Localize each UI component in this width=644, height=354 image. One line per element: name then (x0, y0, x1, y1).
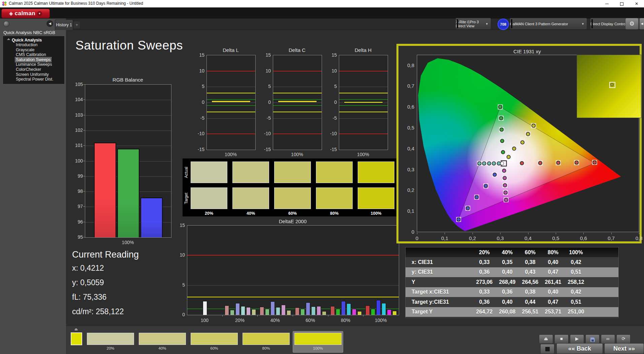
tree-expander-icon[interactable] (7, 38, 10, 42)
deltae-group-label: 100% (363, 318, 398, 323)
gridline (85, 115, 171, 116)
table-cell: 0,36 (473, 269, 496, 275)
table-header-row: 20%40%60%80%100% (406, 247, 618, 257)
deltae-bar (317, 306, 321, 315)
sidebar-item-cms-calibration[interactable]: CMS Calibration (15, 52, 47, 57)
delta-h-plot (339, 55, 388, 150)
tab-history-1[interactable]: History 1 (55, 20, 73, 30)
play-button[interactable]: ▶ (570, 334, 584, 344)
footer-swatch-label: 60% (189, 346, 239, 350)
actual-swatch-40% (232, 161, 269, 183)
deltae-bar (295, 307, 299, 315)
deltae-bar (341, 301, 346, 315)
target-swatch-100% (358, 187, 394, 209)
cie-y-label: 0,6 (401, 104, 414, 110)
calman-menu-button[interactable]: ◈ calman ▼ (1, 9, 50, 18)
axis-tick (639, 233, 639, 234)
source-selector[interactable]: CalMAN Client 3 Pattern Generator ▼ (510, 18, 587, 30)
cie-x-label: 0,3 (493, 235, 507, 241)
measured-marker-cyan (482, 161, 486, 165)
sidebar-item-luminance-sweeps[interactable]: Luminance Sweeps (15, 62, 53, 67)
sidebar-item-spectral-power-dist-[interactable]: Spectral Power Dist. (15, 77, 54, 82)
meter-selector[interactable]: X-Rite i1Pro 3 Direct View ▼ (455, 18, 491, 30)
cie-x-label: 0,5 (549, 235, 562, 241)
axis-tick (363, 315, 363, 317)
delta-h-bar (344, 101, 383, 103)
settings-gear-button[interactable]: ⚙ (625, 18, 639, 30)
refresh-button[interactable]: ⟳ (616, 334, 631, 344)
table-cell: 0,38 (519, 259, 542, 265)
footer-swatch-label: 40% (137, 346, 187, 350)
sidebar-item-colorchecker[interactable]: ColorChecker (15, 67, 42, 72)
close-button[interactable]: ✕ (630, 0, 643, 7)
panel-collapse-button[interactable]: ◀ (639, 18, 644, 30)
table-col-header: 40% (496, 249, 519, 256)
footer-swatch-20%[interactable]: 20% (86, 331, 135, 352)
infinity-button[interactable]: ∞ (601, 334, 615, 344)
limit-line (273, 112, 322, 112)
minimize-button[interactable] (600, 0, 614, 7)
measured-marker-blue (484, 184, 487, 187)
gridline (207, 87, 255, 87)
footer-swatch-label: 20% (86, 346, 135, 350)
deltae-bar (287, 310, 291, 315)
source-status-bar (511, 19, 512, 28)
measured-marker-cyan (497, 161, 501, 165)
y-axis-label: 5 (171, 282, 185, 288)
table-row: x: CIE310,330,350,380,400,42 (406, 257, 618, 267)
y-axis-label: 100 (69, 158, 83, 164)
layout-options-button[interactable] (3, 21, 9, 27)
next-button[interactable]: Next »» (604, 343, 644, 354)
infinity-icon: ∞ (606, 336, 609, 341)
swatch-col-label: 40% (232, 211, 269, 216)
footer-swatch-100%[interactable]: 100% (293, 331, 343, 352)
table-row-label: x: CIE31 (406, 259, 473, 265)
gridline (85, 130, 171, 131)
deltae-bar (246, 307, 251, 315)
save-button[interactable] (585, 334, 600, 344)
maximize-button[interactable] (615, 0, 629, 7)
measurement-count-badge[interactable]: 708 (497, 19, 509, 30)
sidebar-collapse-button[interactable]: ◀ (46, 20, 53, 27)
measured-marker-red (575, 161, 578, 164)
tree-root-quick-analysis[interactable]: Quick Analysis (12, 38, 64, 42)
sidebar-item-grayscale[interactable]: Grayscale (15, 48, 35, 53)
y-axis-label: 15 (191, 52, 204, 58)
axis-tick (83, 176, 85, 176)
footer-swatch-60%[interactable]: 60% (189, 331, 239, 352)
table-cell: 0,43 (519, 269, 542, 275)
table-cell: 258,12 (565, 279, 587, 285)
sidebar-item-introduction[interactable]: Introduction (15, 42, 38, 48)
axis-tick (83, 191, 85, 191)
eject-button[interactable]: ⏏ (539, 334, 553, 344)
footer-swatch-40%[interactable]: 40% (137, 331, 187, 352)
table-col-header: 60% (519, 249, 542, 256)
page-title: Saturation Sweeps (75, 38, 183, 53)
table-col-header: 80% (542, 249, 565, 256)
target-swatch-40% (232, 187, 269, 209)
sidebar-item-saturation-sweeps[interactable]: Saturation Sweeps (15, 57, 51, 62)
sidebar-item-screen-uniformity[interactable]: Screen Uniformity (15, 72, 50, 77)
footer-swatch-80%[interactable]: 80% (241, 331, 291, 352)
deltae-bar (352, 309, 356, 315)
limit-line (273, 134, 322, 134)
measured-marker-blue (493, 173, 496, 176)
measured-marker-magenta (503, 176, 506, 180)
add-tab-button[interactable]: + (73, 21, 80, 28)
table-cell: 264,56 (519, 279, 542, 285)
gridline (273, 87, 322, 87)
table-row: Target x:CIE310,330,360,380,400,42 (406, 287, 618, 297)
delta-c-title: Delta C (263, 47, 331, 53)
stop-button[interactable]: ■ (554, 334, 569, 344)
table-row-label: y: CIE31 (406, 269, 473, 275)
limit-line (339, 105, 388, 106)
y-axis-label: 104 (69, 97, 83, 102)
y-axis-label: 0 (323, 99, 337, 105)
rgb-x-label: 100% (85, 240, 171, 245)
pattern-window-button[interactable] (540, 344, 554, 354)
axis-tick (293, 315, 293, 317)
back-button[interactable]: «« Back (556, 343, 603, 354)
current-pattern-indicator[interactable] (71, 332, 82, 345)
measured-marker-green (499, 116, 503, 120)
deltae-bar (322, 311, 326, 315)
